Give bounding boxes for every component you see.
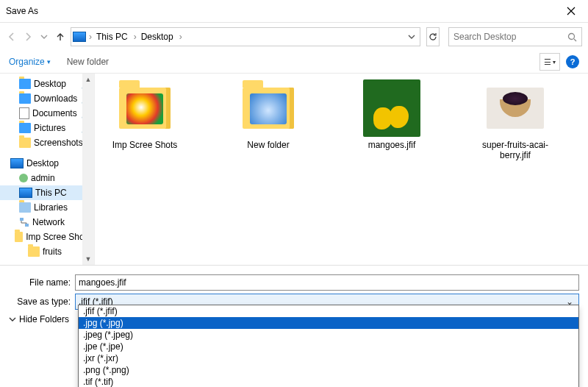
pc-icon xyxy=(19,188,32,198)
svg-rect-2 xyxy=(25,224,29,227)
forward-button[interactable] xyxy=(22,28,34,46)
filetype-option[interactable]: .jfif (*.jfif) xyxy=(79,305,578,317)
folder-icon xyxy=(19,138,31,148)
chevron-right-icon: › xyxy=(178,32,184,42)
filename-input[interactable] xyxy=(75,274,579,291)
help-button[interactable]: ? xyxy=(566,55,579,68)
up-icon xyxy=(55,32,65,42)
hide-folders-label: Hide Folders xyxy=(19,314,69,324)
file-label: New folder xyxy=(247,140,289,150)
filetype-option[interactable]: .jpe (*.jpe) xyxy=(79,341,578,352)
crumb-desktop[interactable]: Desktop xyxy=(138,29,178,45)
tree-scrollbar[interactable]: ▲ ▼ xyxy=(82,74,94,265)
tree-label: admin xyxy=(31,173,55,183)
filetype-option[interactable]: .jxr (*.jxr) xyxy=(79,352,578,364)
search-icon xyxy=(565,32,578,42)
pc-icon xyxy=(71,29,87,45)
toolbar: Organize ▾ New folder ☰▾ ? xyxy=(0,51,588,74)
scroll-up-icon[interactable]: ▲ xyxy=(82,74,94,85)
folder-icon xyxy=(240,79,297,137)
tree-thispc[interactable]: This PC xyxy=(0,185,94,200)
search-input[interactable] xyxy=(452,31,565,43)
filetype-option[interactable]: .png (*.png) xyxy=(79,364,578,376)
tree-desktop[interactable]: Desktop📌 xyxy=(0,77,94,91)
tree-label: Downloads xyxy=(34,93,77,104)
new-folder-label: New folder xyxy=(67,57,109,67)
crumb-thispc[interactable]: This PC xyxy=(93,29,132,45)
chevron-right-icon: › xyxy=(87,32,93,42)
chevron-down-icon xyxy=(9,316,16,323)
file-item-mangoes[interactable]: mangoes.jfif xyxy=(351,79,433,160)
filetype-option[interactable]: .jpg (*.jpg) xyxy=(79,317,578,329)
chevron-right-icon: › xyxy=(132,32,138,42)
filetype-label: Save as type: xyxy=(9,297,71,307)
nav-row: › This PC › Desktop › xyxy=(0,23,588,51)
organize-label: Organize xyxy=(9,57,45,67)
tree-label: fruits xyxy=(43,246,62,257)
crumb-label: Desktop xyxy=(141,32,173,42)
tree-fruits[interactable]: fruits xyxy=(0,244,94,259)
chevron-down-icon xyxy=(408,33,415,40)
file-label: mangoes.jfif xyxy=(368,140,416,150)
tree-pictures[interactable]: Pictures📌 xyxy=(0,121,94,135)
libraries-icon xyxy=(19,202,31,213)
tree-label: Pictures xyxy=(34,123,65,133)
tree-label: Network xyxy=(32,217,65,227)
tree-desktop-root[interactable]: Desktop xyxy=(0,156,94,171)
refresh-icon xyxy=(428,32,438,42)
up-button[interactable] xyxy=(54,28,66,46)
tree-admin[interactable]: admin xyxy=(0,171,94,185)
file-item-folder-imp[interactable]: Imp Scree Shots xyxy=(104,79,186,160)
file-item-acai[interactable]: super-fruits-acai-berry.jfif xyxy=(474,79,556,160)
address-dropdown[interactable] xyxy=(404,29,420,45)
folder-icon xyxy=(116,79,173,137)
search-box[interactable] xyxy=(448,27,582,46)
tree-label: Desktop xyxy=(26,158,59,168)
folder-icon xyxy=(15,232,23,242)
tree-documents[interactable]: Documents📌 xyxy=(0,106,94,121)
chevron-down-icon: ▾ xyxy=(47,58,51,65)
crumb-label: This PC xyxy=(96,32,128,42)
monitor-icon xyxy=(10,158,24,168)
filetype-option[interactable]: .tif (*.tif) xyxy=(79,376,578,387)
image-thumbnail xyxy=(363,79,420,137)
filetype-option[interactable]: .jpeg (*.jpeg) xyxy=(79,329,578,341)
recent-button[interactable] xyxy=(38,28,50,46)
organize-button[interactable]: Organize ▾ xyxy=(9,57,51,67)
tree-impscree[interactable]: Imp Scree Shots xyxy=(0,230,94,244)
image-thumbnail xyxy=(487,79,544,137)
user-icon xyxy=(19,174,28,182)
tree-libraries[interactable]: Libraries xyxy=(0,200,94,215)
back-icon xyxy=(7,32,17,42)
body: Desktop📌 Downloads📌 Documents📌 Pictures📌… xyxy=(0,74,588,265)
address-bar[interactable]: › This PC › Desktop › xyxy=(71,27,420,46)
folder-icon xyxy=(19,123,31,133)
save-as-dialog: Save As › This PC › Desktop › Organize ▾… xyxy=(0,0,588,387)
filename-label: File name: xyxy=(9,277,71,288)
refresh-button[interactable] xyxy=(426,27,440,46)
tree-network[interactable]: Network xyxy=(0,215,94,230)
document-icon xyxy=(19,107,29,119)
chevron-down-icon: ▾ xyxy=(553,59,556,65)
close-button[interactable] xyxy=(554,0,588,22)
tree-label: Documents xyxy=(32,108,77,118)
tree-label: Libraries xyxy=(34,202,68,213)
scroll-track[interactable] xyxy=(82,85,94,253)
file-pane[interactable]: Imp Scree Shots New folder mangoes.jfif … xyxy=(95,74,588,265)
view-button[interactable]: ☰▾ xyxy=(539,53,560,71)
svg-rect-1 xyxy=(20,218,24,221)
scroll-down-icon[interactable]: ▼ xyxy=(82,253,94,265)
view-icon: ☰ xyxy=(544,57,551,67)
titlebar: Save As xyxy=(0,0,588,23)
back-button[interactable] xyxy=(6,28,18,46)
tree-downloads[interactable]: Downloads📌 xyxy=(0,91,94,106)
forward-icon xyxy=(23,32,33,42)
file-label: Imp Scree Shots xyxy=(112,140,178,150)
file-item-folder-new[interactable]: New folder xyxy=(227,79,309,160)
new-folder-button[interactable]: New folder xyxy=(67,57,109,67)
help-icon: ? xyxy=(570,57,576,66)
tree-screenshots[interactable]: Screenshots xyxy=(0,135,94,150)
filetype-dropdown-list: .jfif (*.jfif).jpg (*.jpg).jpeg (*.jpeg)… xyxy=(78,305,579,387)
folder-icon xyxy=(28,246,40,257)
svg-point-0 xyxy=(568,33,574,39)
